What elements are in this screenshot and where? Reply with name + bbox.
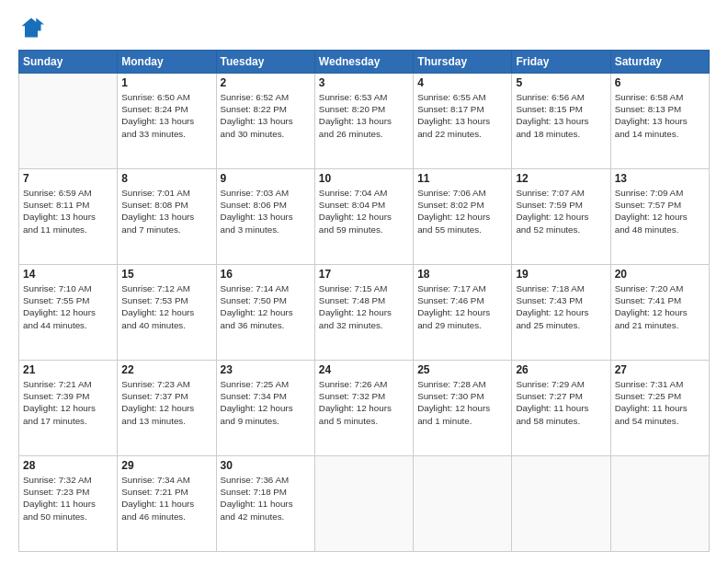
calendar-cell: 30Sunrise: 7:36 AMSunset: 7:18 PMDayligh… [216, 456, 314, 552]
day-number: 12 [516, 172, 606, 185]
calendar-cell: 3Sunrise: 6:53 AMSunset: 8:20 PMDaylight… [314, 74, 413, 169]
logo [18, 15, 48, 40]
day-info: Sunrise: 7:36 AMSunset: 7:18 PMDaylight:… [221, 474, 311, 523]
day-number: 24 [319, 363, 409, 376]
day-number: 23 [221, 363, 311, 376]
calendar-cell: 14Sunrise: 7:10 AMSunset: 7:55 PMDayligh… [19, 265, 118, 361]
day-number: 3 [319, 76, 409, 89]
calendar-cell: 18Sunrise: 7:17 AMSunset: 7:46 PMDayligh… [414, 265, 512, 361]
day-info: Sunrise: 6:53 AMSunset: 8:20 PMDaylight:… [319, 91, 409, 140]
day-number: 7 [23, 172, 113, 185]
day-info: Sunrise: 7:01 AMSunset: 8:08 PMDaylight:… [121, 187, 211, 236]
day-number: 22 [121, 363, 211, 376]
calendar-header-row: SundayMondayTuesdayWednesdayThursdayFrid… [19, 51, 710, 74]
svg-marker-1 [36, 18, 44, 31]
calendar-cell: 28Sunrise: 7:32 AMSunset: 7:23 PMDayligh… [19, 456, 118, 552]
day-header-monday: Monday [118, 51, 216, 74]
calendar-cell: 17Sunrise: 7:15 AMSunset: 7:48 PMDayligh… [314, 265, 413, 361]
day-header-wednesday: Wednesday [314, 51, 413, 74]
calendar-cell: 8Sunrise: 7:01 AMSunset: 8:08 PMDaylight… [118, 169, 216, 265]
day-number: 27 [615, 363, 705, 376]
page-header [18, 15, 710, 40]
day-number: 30 [221, 459, 311, 472]
day-number: 16 [221, 268, 311, 281]
calendar-cell: 11Sunrise: 7:06 AMSunset: 8:02 PMDayligh… [414, 169, 512, 265]
day-info: Sunrise: 7:14 AMSunset: 7:50 PMDaylight:… [221, 282, 311, 331]
calendar-cell [512, 456, 610, 552]
calendar-cell: 29Sunrise: 7:34 AMSunset: 7:21 PMDayligh… [118, 456, 216, 552]
day-info: Sunrise: 7:23 AMSunset: 7:37 PMDaylight:… [121, 378, 211, 427]
day-info: Sunrise: 7:07 AMSunset: 7:59 PMDaylight:… [516, 187, 606, 236]
calendar-cell: 15Sunrise: 7:12 AMSunset: 7:53 PMDayligh… [118, 265, 216, 361]
calendar-cell: 26Sunrise: 7:29 AMSunset: 7:27 PMDayligh… [512, 361, 610, 456]
day-number: 21 [23, 363, 113, 376]
day-number: 10 [319, 172, 409, 185]
calendar-cell: 13Sunrise: 7:09 AMSunset: 7:57 PMDayligh… [610, 169, 709, 265]
day-header-tuesday: Tuesday [216, 51, 314, 74]
day-info: Sunrise: 6:56 AMSunset: 8:15 PMDaylight:… [516, 91, 606, 140]
day-header-sunday: Sunday [19, 51, 118, 74]
day-info: Sunrise: 6:58 AMSunset: 8:13 PMDaylight:… [615, 91, 705, 140]
day-number: 20 [615, 268, 705, 281]
calendar-cell: 10Sunrise: 7:04 AMSunset: 8:04 PMDayligh… [314, 169, 413, 265]
day-number: 6 [615, 76, 705, 89]
day-number: 17 [319, 268, 409, 281]
day-number: 28 [23, 459, 113, 472]
day-info: Sunrise: 7:09 AMSunset: 7:57 PMDaylight:… [615, 187, 705, 236]
calendar-week-row: 21Sunrise: 7:21 AMSunset: 7:39 PMDayligh… [19, 361, 710, 456]
day-info: Sunrise: 7:10 AMSunset: 7:55 PMDaylight:… [23, 282, 113, 331]
day-header-friday: Friday [512, 51, 610, 74]
calendar-cell: 7Sunrise: 6:59 AMSunset: 8:11 PMDaylight… [19, 169, 118, 265]
day-number: 11 [417, 172, 507, 185]
day-number: 26 [516, 363, 606, 376]
day-info: Sunrise: 7:29 AMSunset: 7:27 PMDaylight:… [516, 378, 606, 427]
calendar-cell: 27Sunrise: 7:31 AMSunset: 7:25 PMDayligh… [610, 361, 709, 456]
calendar-cell: 19Sunrise: 7:18 AMSunset: 7:43 PMDayligh… [512, 265, 610, 361]
day-info: Sunrise: 7:06 AMSunset: 8:02 PMDaylight:… [417, 187, 507, 236]
calendar-cell: 9Sunrise: 7:03 AMSunset: 8:06 PMDaylight… [216, 169, 314, 265]
day-number: 2 [221, 76, 311, 89]
day-info: Sunrise: 7:03 AMSunset: 8:06 PMDaylight:… [221, 187, 311, 236]
day-number: 25 [417, 363, 507, 376]
calendar-cell: 4Sunrise: 6:55 AMSunset: 8:17 PMDaylight… [414, 74, 512, 169]
day-info: Sunrise: 7:28 AMSunset: 7:30 PMDaylight:… [417, 378, 507, 427]
day-info: Sunrise: 7:34 AMSunset: 7:21 PMDaylight:… [121, 474, 211, 523]
day-info: Sunrise: 7:25 AMSunset: 7:34 PMDaylight:… [221, 378, 311, 427]
day-info: Sunrise: 7:12 AMSunset: 7:53 PMDaylight:… [121, 282, 211, 331]
day-info: Sunrise: 7:32 AMSunset: 7:23 PMDaylight:… [23, 474, 113, 523]
day-number: 14 [23, 268, 113, 281]
calendar-cell: 16Sunrise: 7:14 AMSunset: 7:50 PMDayligh… [216, 265, 314, 361]
calendar-cell: 1Sunrise: 6:50 AMSunset: 8:24 PMDaylight… [118, 74, 216, 169]
day-info: Sunrise: 7:31 AMSunset: 7:25 PMDaylight:… [615, 378, 705, 427]
day-info: Sunrise: 6:59 AMSunset: 8:11 PMDaylight:… [23, 187, 113, 236]
calendar-cell [19, 74, 118, 169]
calendar-table: SundayMondayTuesdayWednesdayThursdayFrid… [18, 50, 710, 552]
day-info: Sunrise: 7:26 AMSunset: 7:32 PMDaylight:… [319, 378, 409, 427]
calendar-cell: 21Sunrise: 7:21 AMSunset: 7:39 PMDayligh… [19, 361, 118, 456]
calendar-cell: 6Sunrise: 6:58 AMSunset: 8:13 PMDaylight… [610, 74, 709, 169]
calendar-cell: 5Sunrise: 6:56 AMSunset: 8:15 PMDaylight… [512, 74, 610, 169]
calendar-week-row: 28Sunrise: 7:32 AMSunset: 7:23 PMDayligh… [19, 456, 710, 552]
day-info: Sunrise: 7:17 AMSunset: 7:46 PMDaylight:… [417, 282, 507, 331]
day-number: 18 [417, 268, 507, 281]
calendar-cell: 12Sunrise: 7:07 AMSunset: 7:59 PMDayligh… [512, 169, 610, 265]
calendar-cell: 24Sunrise: 7:26 AMSunset: 7:32 PMDayligh… [314, 361, 413, 456]
day-number: 19 [516, 268, 606, 281]
day-info: Sunrise: 7:15 AMSunset: 7:48 PMDaylight:… [319, 282, 409, 331]
day-info: Sunrise: 7:18 AMSunset: 7:43 PMDaylight:… [516, 282, 606, 331]
calendar-cell: 20Sunrise: 7:20 AMSunset: 7:41 PMDayligh… [610, 265, 709, 361]
calendar-cell [414, 456, 512, 552]
calendar-week-row: 1Sunrise: 6:50 AMSunset: 8:24 PMDaylight… [19, 74, 710, 169]
day-number: 9 [221, 172, 311, 185]
day-number: 15 [121, 268, 211, 281]
day-info: Sunrise: 6:52 AMSunset: 8:22 PMDaylight:… [221, 91, 311, 140]
logo-icon [18, 15, 44, 40]
day-info: Sunrise: 7:20 AMSunset: 7:41 PMDaylight:… [615, 282, 705, 331]
day-number: 13 [615, 172, 705, 185]
calendar-cell [314, 456, 413, 552]
calendar-cell: 23Sunrise: 7:25 AMSunset: 7:34 PMDayligh… [216, 361, 314, 456]
day-number: 4 [417, 76, 507, 89]
day-number: 5 [516, 76, 606, 89]
day-info: Sunrise: 7:04 AMSunset: 8:04 PMDaylight:… [319, 187, 409, 236]
day-number: 1 [121, 76, 211, 89]
